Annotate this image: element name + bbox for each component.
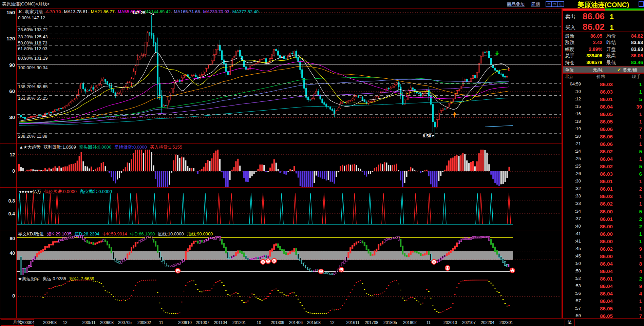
quote-stat: 308578 [578, 60, 602, 65]
time-axis-label: 200304 [17, 320, 39, 325]
tick-row-cell: :41 [563, 231, 581, 236]
quote-stat: 86.05 [578, 33, 602, 39]
tick-row-cell: :53 [563, 283, 581, 288]
tick-row-cell: 2 [621, 276, 642, 282]
tick-row-cell: 86.00 [589, 231, 623, 237]
smiley-signal-icon [319, 269, 323, 274]
tick-row-cell: 86.03 [589, 193, 623, 199]
price-axis-tick: 30 [0, 114, 15, 120]
tick-row-cell: 5 [621, 149, 642, 154]
quote-stat: 83.63 [619, 40, 643, 45]
smiley-signal-icon [272, 258, 277, 263]
indicator-value-label: MA165:71.68 [174, 9, 200, 14]
tick-row-cell: :16 [563, 111, 581, 116]
price-axis-tick: 150 [0, 9, 15, 15]
tick-row-cell: :59 [563, 313, 581, 318]
tick-row-cell: 86.06 [589, 126, 623, 132]
indicator-value-label: 奥运:0.9285 [43, 276, 66, 281]
indicator-axis-tick: 0.8 [0, 198, 15, 204]
up-signal-arrow-icon [453, 112, 456, 117]
tick-row-cell: 86.04 [589, 283, 623, 289]
fib-level-label: 61.80% 112.03 [18, 46, 48, 51]
tick-row-cell: 86.02 [589, 164, 623, 169]
indicator-value-label: MA13:78.81 [64, 9, 88, 14]
price-axis-tick: 90 [0, 62, 15, 68]
indicator-value-label: 坚绝做空:0.0000 [114, 145, 147, 150]
fib-level-label: 23.60% 133.72 [18, 27, 48, 32]
tick-row-cell: :25 [563, 156, 581, 161]
indicator-value-label: A:79.70 [46, 9, 61, 14]
fib-level-label: 38.20% 125.43 [18, 34, 48, 39]
tick-row-cell: 1 [621, 201, 642, 207]
high-price-annotation: 147.25 [132, 10, 146, 15]
tick-row-cell: 86.00 [589, 224, 623, 229]
tick-row-cell: 1 [621, 231, 642, 237]
tick-row-cell: :41 [563, 238, 581, 244]
smiley-signal-icon [266, 259, 270, 264]
quote-stat: 2.42 [578, 40, 602, 45]
tick-row-cell: 86.03 [589, 171, 623, 177]
indicator-value-label: 中K:59.9914 [102, 231, 127, 236]
sell-price[interactable]: 86.06 [583, 12, 605, 21]
quote-stat: 86.06 [619, 53, 643, 58]
tick-row-cell: 1 [621, 119, 642, 124]
tick-tab[interactable]: 笔 [565, 319, 575, 326]
smiley-signal-icon [175, 268, 180, 273]
tick-row-cell: 1 [621, 141, 642, 147]
indicator-value-label: 低位买进:0.0000 [44, 189, 76, 194]
indicator-axis-tick: 0.4 [0, 211, 15, 216]
indicator-value-label: MA377:52.40 [232, 9, 259, 14]
indicator-value-label: ▲★大趋势 [19, 145, 41, 150]
indicator-value-label: 底线:10.0000 [158, 231, 184, 236]
time-axis-label: 200705 [114, 320, 136, 325]
tick-row-cell: :21 [563, 141, 581, 146]
tick-row-cell: 86.05 [589, 119, 623, 124]
tick-row-cell: 86.06 [589, 141, 623, 147]
tick-row-cell: :32 [563, 186, 581, 191]
quote-stat: 389406 [578, 53, 602, 58]
price-axis-tick: 120 [0, 36, 15, 41]
panel3-indicator-header: ●●●●●亿万低位买进:0.0000高位抛出:0.0000 [19, 189, 115, 195]
main-price-chart [18, 15, 510, 138]
tick-row-cell: 86.03 [589, 81, 623, 87]
price-axis-tick: 60 [0, 88, 15, 94]
tick-row-cell: 7 [621, 126, 642, 132]
buy-price[interactable]: 86.02 [583, 22, 605, 31]
indicator-axis-tick: 80 [0, 236, 15, 241]
tick-row-cell: :33 [563, 201, 581, 206]
tick-row-cell: 1 [621, 298, 642, 304]
panel5-indicator-header: ★奥运冠军奥运:0.9285冠军:-7.6639 [18, 276, 97, 282]
tick-row-cell: 2 [621, 224, 642, 229]
bid-ask-box: 卖出 86.06 1 买入 86.02 1 [563, 11, 644, 32]
low-price-annotation: 6.50 [413, 133, 431, 138]
time-axis-label: 201805 [379, 320, 401, 325]
tick-row-cell: :10 [563, 89, 581, 94]
tick-row-cell: 86.01 [589, 276, 623, 282]
panel2-histogram [18, 150, 510, 187]
tick-row-cell: 86.04 [589, 268, 623, 274]
tick-row-cell: :40 [563, 224, 581, 229]
check-icon: ✔ [617, 67, 621, 72]
indicator-value-label: MA144:69.42 [145, 9, 171, 14]
tick-row-cell: :33 [563, 193, 581, 198]
tick-row-cell: 1 [621, 193, 642, 199]
tick-row-cell: 1 [621, 156, 642, 162]
tick-row-cell: 1 [621, 81, 642, 87]
time-axis-label: 202301 [495, 320, 517, 325]
indicator-value-label: 买入持货:1.5155 [150, 145, 182, 150]
tick-row-cell: 4 [621, 268, 642, 274]
indicator-value-label: ●●●●●亿万 [19, 189, 41, 194]
tick-row-cell: :25 [563, 164, 581, 169]
quote-stat: 83.46 [619, 60, 643, 65]
tick-row-cell: 86.02 [589, 149, 623, 154]
tick-row-cell: 86.03 [589, 89, 623, 95]
indicator-axis-tick: 12 [0, 152, 15, 157]
indicator-value-label: 中D:66.1890 [130, 231, 155, 236]
indicator-value-label: 界文KDJ改进 [18, 231, 44, 236]
tick-row-cell: :15 [563, 104, 581, 109]
indicator-value-label: 空头回补:0.0000 [79, 145, 111, 150]
tick-row-cell: :20 [563, 134, 581, 139]
buy-volume: 1 [610, 23, 614, 32]
tick-row-cell: :37 [563, 216, 581, 221]
tick-row-cell: 5 [621, 164, 642, 169]
